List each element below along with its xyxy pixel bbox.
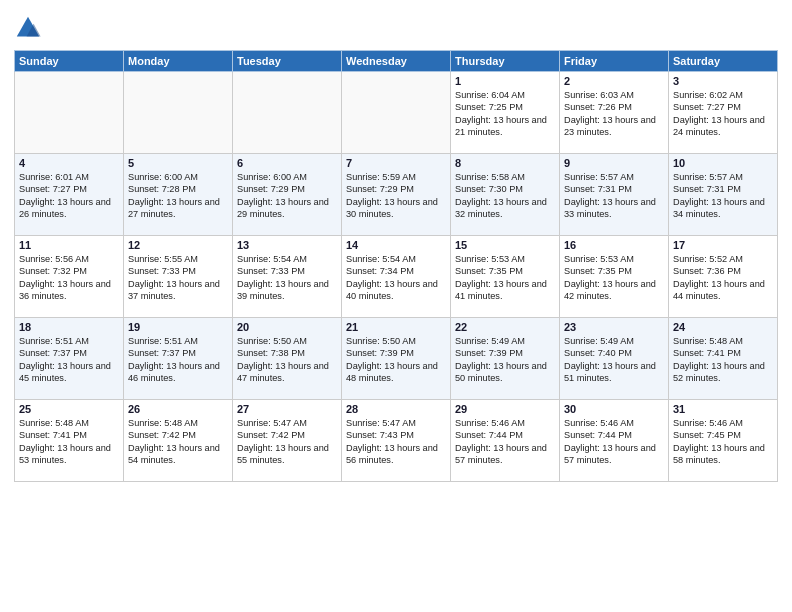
day-info: Daylight: 13 hours and 37 minutes. [128,278,228,303]
day-number: 11 [19,239,119,251]
day-info: Sunrise: 5:51 AM [19,335,119,347]
day-info: Sunset: 7:39 PM [455,347,555,359]
day-info: Sunset: 7:43 PM [346,429,446,441]
day-info: Sunrise: 5:47 AM [346,417,446,429]
calendar-cell: 15Sunrise: 5:53 AMSunset: 7:35 PMDayligh… [451,236,560,318]
day-info: Daylight: 13 hours and 34 minutes. [673,196,773,221]
weekday-header-tuesday: Tuesday [233,51,342,72]
day-info: Sunset: 7:44 PM [564,429,664,441]
day-number: 13 [237,239,337,251]
day-number: 31 [673,403,773,415]
day-info: Sunrise: 6:03 AM [564,89,664,101]
day-info: Sunrise: 6:02 AM [673,89,773,101]
day-info: Sunrise: 5:54 AM [346,253,446,265]
day-number: 4 [19,157,119,169]
day-info: Sunset: 7:34 PM [346,265,446,277]
calendar-cell [124,72,233,154]
day-info: Sunrise: 5:53 AM [564,253,664,265]
day-info: Sunset: 7:31 PM [673,183,773,195]
day-number: 27 [237,403,337,415]
day-info: Sunrise: 6:01 AM [19,171,119,183]
day-info: Sunset: 7:38 PM [237,347,337,359]
calendar-cell [342,72,451,154]
day-number: 15 [455,239,555,251]
calendar-table: SundayMondayTuesdayWednesdayThursdayFrid… [14,50,778,482]
day-info: Daylight: 13 hours and 54 minutes. [128,442,228,467]
day-info: Daylight: 13 hours and 42 minutes. [564,278,664,303]
day-info: Daylight: 13 hours and 45 minutes. [19,360,119,385]
day-info: Sunset: 7:39 PM [346,347,446,359]
day-info: Daylight: 13 hours and 39 minutes. [237,278,337,303]
day-info: Sunset: 7:31 PM [564,183,664,195]
day-info: Sunset: 7:35 PM [564,265,664,277]
day-info: Sunset: 7:27 PM [19,183,119,195]
day-number: 22 [455,321,555,333]
day-number: 19 [128,321,228,333]
day-info: Daylight: 13 hours and 57 minutes. [455,442,555,467]
day-info: Daylight: 13 hours and 33 minutes. [564,196,664,221]
day-info: Sunrise: 5:48 AM [673,335,773,347]
day-number: 21 [346,321,446,333]
calendar-cell: 11Sunrise: 5:56 AMSunset: 7:32 PMDayligh… [15,236,124,318]
day-info: Sunrise: 6:00 AM [128,171,228,183]
day-info: Daylight: 13 hours and 23 minutes. [564,114,664,139]
day-info: Sunrise: 5:55 AM [128,253,228,265]
day-info: Daylight: 13 hours and 41 minutes. [455,278,555,303]
day-info: Daylight: 13 hours and 57 minutes. [564,442,664,467]
weekday-header-saturday: Saturday [669,51,778,72]
day-info: Sunset: 7:30 PM [455,183,555,195]
logo [14,14,46,42]
weekday-header-thursday: Thursday [451,51,560,72]
calendar-cell: 28Sunrise: 5:47 AMSunset: 7:43 PMDayligh… [342,400,451,482]
day-number: 24 [673,321,773,333]
day-info: Sunset: 7:25 PM [455,101,555,113]
weekday-header-wednesday: Wednesday [342,51,451,72]
calendar-cell: 9Sunrise: 5:57 AMSunset: 7:31 PMDaylight… [560,154,669,236]
day-number: 1 [455,75,555,87]
day-number: 2 [564,75,664,87]
day-info: Daylight: 13 hours and 46 minutes. [128,360,228,385]
calendar-cell: 19Sunrise: 5:51 AMSunset: 7:37 PMDayligh… [124,318,233,400]
day-number: 30 [564,403,664,415]
day-number: 20 [237,321,337,333]
week-row-2: 4Sunrise: 6:01 AMSunset: 7:27 PMDaylight… [15,154,778,236]
calendar-cell: 27Sunrise: 5:47 AMSunset: 7:42 PMDayligh… [233,400,342,482]
day-info: Daylight: 13 hours and 26 minutes. [19,196,119,221]
calendar-cell: 24Sunrise: 5:48 AMSunset: 7:41 PMDayligh… [669,318,778,400]
day-number: 25 [19,403,119,415]
week-row-3: 11Sunrise: 5:56 AMSunset: 7:32 PMDayligh… [15,236,778,318]
day-info: Sunset: 7:28 PM [128,183,228,195]
day-info: Sunrise: 5:47 AM [237,417,337,429]
weekday-header-sunday: Sunday [15,51,124,72]
calendar-cell: 25Sunrise: 5:48 AMSunset: 7:41 PMDayligh… [15,400,124,482]
day-info: Daylight: 13 hours and 58 minutes. [673,442,773,467]
day-info: Daylight: 13 hours and 32 minutes. [455,196,555,221]
day-info: Sunrise: 5:46 AM [673,417,773,429]
weekday-header-monday: Monday [124,51,233,72]
day-info: Sunset: 7:44 PM [455,429,555,441]
day-info: Sunrise: 5:57 AM [564,171,664,183]
day-info: Daylight: 13 hours and 27 minutes. [128,196,228,221]
calendar-cell: 5Sunrise: 6:00 AMSunset: 7:28 PMDaylight… [124,154,233,236]
day-number: 5 [128,157,228,169]
day-info: Daylight: 13 hours and 30 minutes. [346,196,446,221]
day-number: 6 [237,157,337,169]
day-number: 26 [128,403,228,415]
calendar-cell: 23Sunrise: 5:49 AMSunset: 7:40 PMDayligh… [560,318,669,400]
day-number: 29 [455,403,555,415]
week-row-5: 25Sunrise: 5:48 AMSunset: 7:41 PMDayligh… [15,400,778,482]
weekday-header-friday: Friday [560,51,669,72]
day-info: Sunrise: 5:49 AM [455,335,555,347]
day-info: Daylight: 13 hours and 47 minutes. [237,360,337,385]
day-info: Daylight: 13 hours and 51 minutes. [564,360,664,385]
day-info: Sunrise: 5:51 AM [128,335,228,347]
calendar-cell: 8Sunrise: 5:58 AMSunset: 7:30 PMDaylight… [451,154,560,236]
day-info: Sunset: 7:41 PM [19,429,119,441]
day-number: 8 [455,157,555,169]
calendar-cell: 1Sunrise: 6:04 AMSunset: 7:25 PMDaylight… [451,72,560,154]
day-number: 10 [673,157,773,169]
day-info: Sunrise: 5:54 AM [237,253,337,265]
day-info: Sunset: 7:27 PM [673,101,773,113]
calendar-cell: 4Sunrise: 6:01 AMSunset: 7:27 PMDaylight… [15,154,124,236]
day-info: Sunset: 7:41 PM [673,347,773,359]
